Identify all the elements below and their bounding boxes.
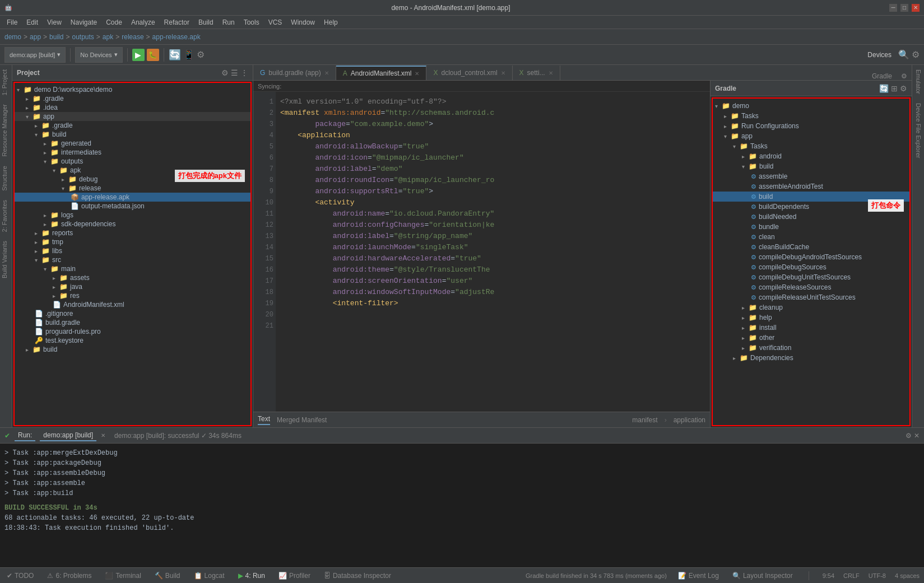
maximize-button[interactable]: □ — [900, 4, 908, 12]
editor-settings-icon[interactable]: ⚙ — [897, 72, 912, 80]
minimize-button[interactable]: ─ — [889, 4, 897, 12]
menu-item-refactor[interactable]: Refactor — [160, 17, 194, 27]
breadcrumb-application[interactable]: application — [674, 416, 705, 424]
run-tab-close[interactable]: ✕ — [101, 432, 105, 439]
menu-item-run[interactable]: Run — [218, 17, 239, 27]
sidebar-item-project[interactable]: 1: Project — [0, 65, 12, 100]
avd-button[interactable]: 📱 — [183, 49, 194, 60]
sidebar-item-resource[interactable]: Resource Manager — [0, 100, 12, 161]
gradle-item-app[interactable]: ▾ 📁 app — [713, 131, 909, 141]
menu-item-edit[interactable]: Edit — [22, 17, 43, 27]
gradle-item-compilereleasesrcs[interactable]: ⚙ compileReleaseSources — [713, 282, 909, 292]
tree-item-tmp[interactable]: ▸ 📁 tmp — [15, 237, 250, 246]
tree-item-app[interactable]: ▾ 📁 app — [15, 112, 250, 121]
gradle-item-install[interactable]: ▸ 📁 install — [713, 323, 909, 333]
bt-logcat[interactable]: 📋 Logcat — [192, 571, 227, 581]
tree-item-gitignore[interactable]: 📄 .gitignore — [15, 309, 250, 318]
menu-item-code[interactable]: Code — [101, 17, 127, 27]
path-item-4[interactable]: apk — [103, 33, 113, 41]
bt-layout-inspector[interactable]: 🔍 Layout Inspector — [730, 571, 795, 581]
gradle-item-bundle[interactable]: ⚙ bundle — [713, 222, 909, 232]
menu-item-tools[interactable]: Tools — [239, 17, 264, 27]
sidebar-item-buildvariants[interactable]: Build Variants — [0, 236, 12, 283]
tree-item-src[interactable]: ▾ 📁 src — [15, 255, 250, 264]
tab-merged[interactable]: Merged Manifest — [277, 416, 327, 424]
tab-close-icon[interactable]: ✕ — [549, 70, 553, 76]
tree-item-apk-file[interactable]: 📦 app-release.apk — [15, 193, 250, 202]
tree-item-main[interactable]: ▾ 📁 main — [15, 264, 250, 273]
gradle-refresh-icon[interactable]: 🔄 — [879, 84, 889, 93]
tree-item-res[interactable]: ▸ 📁 res — [15, 291, 250, 300]
gradle-item-compilereleaseunit[interactable]: ⚙ compileReleaseUnitTestSources — [713, 292, 909, 302]
path-item-2[interactable]: build — [49, 33, 63, 41]
tree-item-release[interactable]: ▾ 📁 release — [15, 184, 250, 193]
menu-item-view[interactable]: View — [43, 17, 66, 27]
path-item-6[interactable]: app-release.apk — [152, 33, 201, 41]
run-ctrl-settings[interactable]: ⚙ — [906, 432, 912, 440]
gradle-item-build-folder[interactable]: ▾ 📁 build — [713, 161, 909, 171]
gradle-item-cleanbuildcache[interactable]: ⚙ cleanBuildCache — [713, 242, 909, 252]
run-ctrl-close[interactable]: ✕ — [914, 432, 920, 440]
gradle-expand-icon[interactable]: ⊞ — [891, 84, 898, 93]
bt-terminal[interactable]: ⬛ Terminal — [103, 571, 143, 581]
gradle-item-help[interactable]: ▸ 📁 help — [713, 313, 909, 323]
bt-eventlog[interactable]: 📝 Event Log — [676, 571, 721, 581]
tab-close-icon[interactable]: ✕ — [324, 70, 329, 76]
code-content[interactable]: <?xml version="1.0" encoding="utf-8"?> <… — [276, 92, 710, 412]
bt-todo[interactable]: ✔ TODO — [4, 571, 36, 581]
gradle-settings-icon[interactable]: ⚙ — [900, 84, 907, 93]
sync-button[interactable]: 🔄 — [169, 49, 181, 61]
menu-item-window[interactable]: Window — [286, 17, 319, 27]
gradle-item-builddependents[interactable]: ⚙ buildDependents — [713, 202, 909, 212]
tree-item-assets[interactable]: ▸ 📁 assets — [15, 273, 250, 282]
tree-item-app-gradle[interactable]: ▸ 📁 .gradle — [15, 121, 250, 130]
menu-item-build[interactable]: Build — [194, 17, 218, 27]
tree-item-proguard[interactable]: 📄 proguard-rules.pro — [15, 327, 250, 336]
menu-item-vcs[interactable]: VCS — [264, 17, 287, 27]
path-item-3[interactable]: outputs — [72, 33, 94, 41]
tab-dcloud[interactable]: X dcloud_control.xml ✕ — [426, 66, 512, 80]
tree-item-generated[interactable]: ▸ 📁 generated — [15, 139, 250, 148]
gradle-item-clean[interactable]: ⚙ clean — [713, 232, 909, 242]
path-item-1[interactable]: app — [30, 33, 41, 41]
gradle-item-tasks2[interactable]: ▾ 📁 Tasks — [713, 141, 909, 151]
gradle-item-assembleandroidtest[interactable]: ⚙ assembleAndroidTest — [713, 181, 909, 192]
bt-problems[interactable]: ⚠ 6: Problems — [45, 571, 94, 581]
gradle-item-tasks[interactable]: ▸ 📁 Tasks — [713, 111, 909, 121]
gradle-item-cleanup[interactable]: ▸ 📁 cleanup — [713, 302, 909, 313]
tab-close-icon[interactable]: ✕ — [501, 70, 505, 76]
tree-item-build[interactable]: ▾ 📁 build — [15, 130, 250, 139]
tree-item-androidmanifest[interactable]: 📄 AndroidManifest.xml — [15, 300, 250, 309]
tree-item-sdk-deps[interactable]: ▸ 📁 sdk-dependencies — [15, 220, 250, 228]
tree-item-buildtop[interactable]: ▸ 📁 build — [15, 345, 250, 354]
path-item-5[interactable]: release — [122, 33, 143, 41]
gradle-item-demo[interactable]: ▾ 📁 demo — [713, 101, 909, 111]
project-sort-icon[interactable]: ☰ — [231, 68, 238, 77]
tree-item-buildgradle[interactable]: 📄 build.gradle — [15, 318, 250, 327]
gradle-item-compiledebugsrcs[interactable]: ⚙ compileDebugSources — [713, 262, 909, 272]
tree-item-metadata[interactable]: 📄 output-metadata.json — [15, 202, 250, 211]
bt-profiler[interactable]: 📈 Profiler — [276, 571, 313, 581]
gradle-item-other[interactable]: ▸ 📁 other — [713, 333, 909, 343]
gradle-item-verification[interactable]: ▸ 📁 verification — [713, 343, 909, 353]
tree-item-reports[interactable]: ▸ 📁 reports — [15, 228, 250, 237]
tree-item-java[interactable]: ▸ 📁 java — [15, 282, 250, 291]
run-app-tab[interactable]: demo:app [build] — [40, 430, 96, 441]
menu-item-file[interactable]: File — [2, 17, 22, 27]
sidebar-item-structure[interactable]: Structure — [0, 161, 12, 195]
bt-database[interactable]: 🗄 Database Inspector — [322, 571, 393, 581]
debug-button[interactable]: 🐛 — [147, 49, 159, 61]
run-button[interactable]: ▶ — [132, 49, 145, 61]
gradle-item-android[interactable]: ▸ 📁 android — [713, 151, 909, 161]
tab-gradle-app[interactable]: G build.gradle (app) ✕ — [253, 66, 336, 80]
tree-item-keystore[interactable]: 🔑 test.keystore — [15, 336, 250, 345]
gradle-item-build-task[interactable]: ⚙ build — [713, 192, 909, 202]
tab-manifest[interactable]: A AndroidManifest.xml ✕ — [336, 66, 427, 80]
project-settings-icon[interactable]: ⚙ — [221, 68, 229, 77]
path-item-0[interactable]: demo — [4, 33, 21, 41]
sdk-button[interactable]: ⚙ — [197, 49, 205, 60]
menu-item-analyze[interactable]: Analyze — [127, 17, 160, 27]
gradle-item-buildneeded[interactable]: ⚙ buildNeeded — [713, 212, 909, 222]
sidebar-item-favorites[interactable]: 2: Favorites — [0, 195, 12, 236]
tree-item-idea[interactable]: ▸ 📁 .idea — [15, 103, 250, 112]
